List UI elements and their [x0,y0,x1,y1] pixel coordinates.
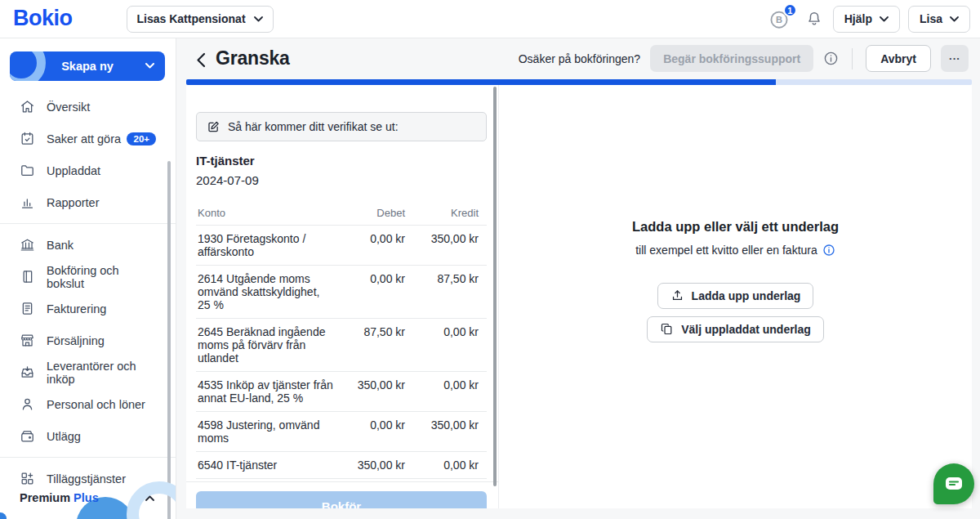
sidebar-item-label: Översikt [47,101,90,114]
table-row: 2645 Beräknad ingående moms på förvärv f… [196,318,487,371]
help-menu-label: Hjälp [844,12,872,25]
table-row: 4535 Inköp av tjänster från annat EU-lan… [196,371,487,411]
table-header-row: Konto Debet Kredit [196,200,487,225]
choose-underlag-button[interactable]: Välj uppladdat underlag [647,316,824,342]
sidebar-item-bokforing[interactable]: Bokföring och bokslut [0,261,176,293]
upload-underlag-button[interactable]: Ladda upp underlag [657,283,814,309]
chevron-down-icon [950,16,959,22]
sidebar-item-uppladdat[interactable]: Uppladdat [0,154,176,186]
company-selector-label: Lisas Kattpensionat [137,12,246,25]
sidebar-item-bank[interactable]: Bank [0,229,176,261]
sidebar-item-label: Fakturering [47,302,106,315]
create-new-label: Skapa ny [61,60,114,73]
verifikat-date: 2024-07-09 [196,173,487,187]
sidebar-item-label: Saker att göra [47,132,121,145]
inbox-icon [20,365,35,380]
chat-icon [944,476,964,492]
table-row: 2614 Utgående moms omvänd skattskyldighe… [196,265,487,318]
more-options-button[interactable]: ... [941,45,969,72]
folder-icon [20,163,35,178]
chat-widget-button[interactable] [933,463,974,504]
sidebar-item-label: Uppladdat [47,164,100,177]
user-menu-button[interactable]: Lisa [908,6,970,33]
create-new-button[interactable]: Skapa ny [10,51,165,81]
upload-underlag-label: Ladda upp underlag [692,289,801,302]
panel-scrollbar[interactable] [493,87,497,486]
dot-decoration [0,512,7,519]
underlag-title: Ladda upp eller välj ett underlag [632,219,839,235]
topbar: Bokio Lisas Kattpensionat B 1 Hjälp Lisa [0,0,980,38]
sidebar-nav: Översikt Saker att göra 20+ Uppladdat Ra… [0,91,176,494]
header-divider [852,48,853,69]
sidebar-scrollbar[interactable] [167,161,171,519]
bank-icon [20,237,35,253]
record-footer: Bokför [186,481,498,508]
svg-text:B: B [776,15,782,25]
sidebar-item-oversikt[interactable]: Översikt [0,91,176,123]
sidebar-item-rapporter[interactable]: Rapporter [0,186,176,218]
page-title: Granska [216,47,290,69]
bar-chart-icon [20,195,35,210]
bell-icon [805,9,823,29]
chevron-down-icon [254,16,263,22]
bokio-logo: Bokio [13,6,73,31]
sidebar-item-label: Personal och löner [47,398,145,411]
support-prompt: Osäker på bokföringen? [519,52,640,65]
sidebar-item-label: Leverantörer och inköp [47,360,156,386]
edit-note-icon [207,120,220,134]
back-icon [196,52,206,68]
notifications-button[interactable] [804,7,825,30]
table-row: 1930 Företagskonto / affärskonto 0,00 kr… [196,225,487,265]
book-icon [20,269,35,284]
person-icon [20,396,35,412]
underlag-panel: Ladda upp eller välj ett underlag till e… [498,85,972,508]
content-card: Så här kommer ditt verifikat se ut: IT-t… [186,85,972,508]
home-icon [20,99,35,114]
sidebar-item-fakturering[interactable]: Fakturering [0,293,176,324]
cancel-button[interactable]: Avbryt [866,45,931,72]
sidebar: Skapa ny Översikt Saker att göra 20+ Upp… [0,38,176,519]
column-header-konto: Konto [196,207,333,220]
info-circle-icon[interactable] [822,244,835,257]
upload-icon [670,289,684,302]
wallet-icon [20,428,35,444]
sidebar-item-utlagg[interactable]: Utlägg [0,420,176,452]
sidebar-item-label: Bank [47,239,74,252]
progress-bar [186,79,972,85]
request-support-button[interactable]: Begär bokföringssupport [650,45,813,72]
record-button[interactable]: Bokför [196,491,487,508]
main-area: Granska Osäker på bokföringen? Begär bok… [176,38,980,519]
sidebar-item-label: Rapporter [47,196,99,209]
progress-fill [186,79,776,85]
table-row: 6540 IT-tjänster 350,00 kr 0,00 kr [196,451,487,478]
invoice-icon [20,301,35,316]
verifikat-table: Konto Debet Kredit 1930 Företagskonto / … [196,200,487,479]
column-header-debet: Debet [338,207,405,219]
verifikat-title: IT-tjänster [196,154,487,168]
calendar-check-icon [20,131,35,146]
sidebar-item-saker-att-gora[interactable]: Saker att göra 20+ [0,123,176,154]
info-circle-icon[interactable] [823,51,839,66]
arc-decoration [10,51,46,81]
chevron-down-icon [880,16,889,22]
back-button[interactable] [196,49,211,68]
column-header-kredit: Kredit [410,207,479,219]
bokio-balance-button[interactable]: B 1 [768,7,792,30]
chevron-up-icon [145,495,154,501]
choose-underlag-label: Välj uppladdat underlag [681,323,811,336]
sidebar-item-personal[interactable]: Personal och löner [0,388,176,420]
sidebar-item-label: Bokföring och bokslut [47,264,156,290]
user-menu-label: Lisa [920,12,942,25]
sidebar-item-leverantorer[interactable]: Leverantörer och inköp [0,356,176,388]
page-header: Granska Osäker på bokföringen? Begär bok… [176,38,980,78]
table-row: 4598 Justering, omvänd moms 0,00 kr 350,… [196,411,487,451]
help-menu-button[interactable]: Hjälp [833,6,900,33]
premium-plan-toggle[interactable]: Premium Plus [0,483,176,519]
chevron-down-icon [145,63,154,69]
sidebar-item-forsaljning[interactable]: Försäljning [0,324,176,356]
notification-badge: 1 [783,3,797,17]
underlag-subtitle: till exempel ett kvitto eller en faktura [635,244,817,257]
company-selector[interactable]: Lisas Kattpensionat [127,6,274,33]
sidebar-item-label: Försäljning [47,334,105,347]
verifikat-panel: Så här kommer ditt verifikat se ut: IT-t… [186,85,498,508]
